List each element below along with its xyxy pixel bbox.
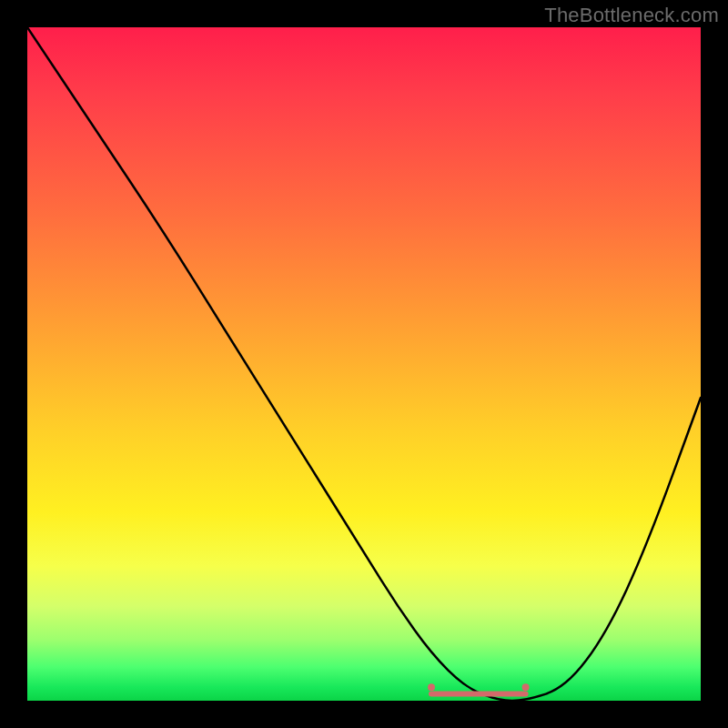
attribution-label: TheBottleneck.com (544, 4, 719, 27)
flat-end-right-marker (522, 683, 530, 691)
bottleneck-curve (27, 27, 701, 701)
curve-layer (27, 27, 701, 701)
flat-end-left-marker (428, 683, 435, 691)
chart-frame: TheBottleneck.com (0, 0, 728, 728)
plot-area (27, 27, 701, 701)
curve-markers (428, 683, 530, 691)
